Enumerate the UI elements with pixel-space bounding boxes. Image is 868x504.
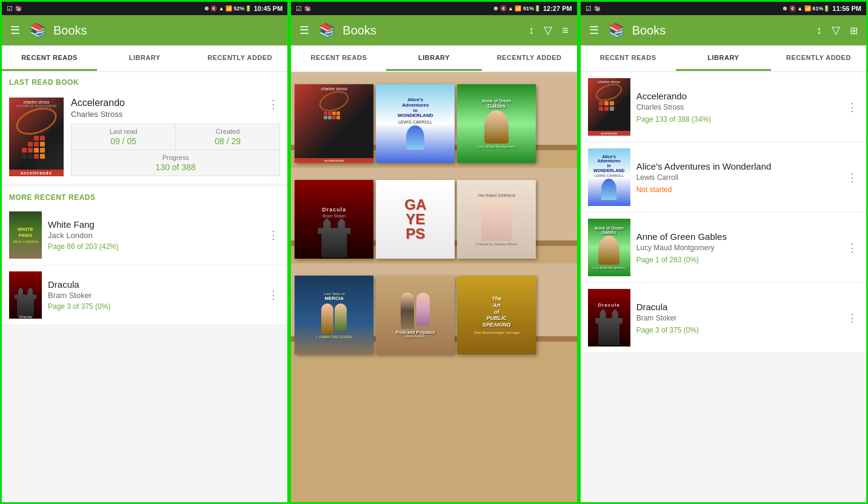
lib-anne-cover: Anne of Green Gables Lucy Maud Montgomer…: [457, 84, 536, 163]
app-title-3: Books: [632, 24, 809, 38]
checkbox-icon-3: ☑: [586, 5, 592, 13]
library-grid-content: charles stross accelerando: [291, 72, 576, 502]
tab-library-1[interactable]: LIBRARY: [97, 45, 192, 71]
list-item-dracula-1[interactable]: Dracula Dracula Bram Stoker Page 3 of 37…: [2, 265, 287, 325]
shelf-book-dracula[interactable]: Dracula Bram Stoker: [295, 180, 373, 259]
right-alice-inner: Alice'sAdventuresinWONDERLAND LEWIS CARR…: [588, 148, 630, 206]
tab-recently-added-3[interactable]: RECENTLY ADDED: [771, 45, 866, 71]
dracula-cover-small: Dracula: [9, 271, 42, 319]
tab-recent-reads-3[interactable]: RECENT READS: [581, 45, 676, 71]
filter-icon-2[interactable]: ▽: [541, 21, 555, 39]
stat-value-progress: 130 of 388: [76, 162, 275, 172]
right-anne-inner: Anne of GreenGables Lucy Maud Montgomery: [588, 219, 630, 276]
lib-dracula-author: Bram Stoker: [322, 214, 346, 218]
checkbox-icon-2: ☑: [296, 5, 302, 13]
three-dots-dracula-1[interactable]: ⋮: [267, 288, 280, 302]
right-alice-title: Alice's Adventures in Wonderland: [636, 161, 840, 173]
tab-recently-added-2[interactable]: RECENTLY ADDED: [482, 45, 577, 71]
three-dots-right-dracula[interactable]: ⋮: [846, 311, 859, 325]
tab-recently-added-1[interactable]: RECENTLY ADDED: [192, 45, 287, 71]
tabs-1: RECENT READS LIBRARY RECENTLY ADDED: [2, 45, 287, 72]
lib-pride-figures: [396, 293, 435, 329]
shelf-book-accelerando[interactable]: charles stross accelerando: [295, 84, 373, 163]
hamburger-icon-2[interactable]: ☰: [297, 21, 312, 39]
dracula-title-1: Dracula: [48, 279, 261, 290]
shelf-book-gageyp[interactable]: GAYEPS: [376, 180, 455, 259]
list-item-white-fang[interactable]: WHITEFANG JACK LONDON White Fang Jack Lo…: [2, 205, 287, 265]
sort-icon-3[interactable]: ↕: [814, 22, 824, 39]
lib-acc-label: accelerando: [295, 158, 373, 163]
lib-acc-author: charles stross: [321, 87, 347, 91]
filter-icon-3[interactable]: ▽: [829, 21, 843, 39]
cover-dots-pattern: [22, 136, 51, 159]
lib-dracula-castle: [316, 218, 352, 257]
lib-tales-cover: Last Tales of MERCIA I. EMMA THE QUEEN: [295, 276, 373, 354]
right-acc-inner: charles stross accelerando: [588, 78, 630, 136]
app-title-1: Books: [53, 24, 281, 38]
white-fang-author: Jack London: [48, 231, 261, 240]
app-bar-1: ☰ 📚 Books: [2, 15, 287, 45]
sort-icon-2[interactable]: ↕: [526, 22, 536, 39]
tab-recent-reads-1[interactable]: RECENT READS: [2, 45, 97, 71]
shelf-book-alice[interactable]: Alice'sAdventuresinWONDERLAND LEWIS CARR…: [376, 84, 455, 163]
app-bar-3: ☰ 📚 Books ↕ ▽ ⊞: [581, 15, 866, 45]
right-anne-title: Anne of Green Gables: [636, 231, 840, 243]
lib-robot-subtitle: His Robot Girlfriend: [476, 193, 518, 197]
signal-icons-1: ⊕ 🔇 ▲ 📶 52%🔋: [204, 5, 252, 12]
shelf-book-art[interactable]: TheArtofPUBLICSPEAKING Dale Breckenridge…: [457, 276, 536, 354]
three-dots-white-fang[interactable]: ⋮: [267, 228, 280, 242]
lib-alice-author: LEWIS CARROLL: [398, 120, 433, 124]
lib-gageyp-cover: GAYEPS: [376, 180, 455, 259]
hamburger-icon-3[interactable]: ☰: [587, 21, 601, 39]
lib-alice-figure: [406, 125, 424, 150]
three-dots-last-read[interactable]: ⋮: [267, 98, 280, 111]
checkbox-icon: ☑: [7, 5, 13, 13]
stat-value-last-read: 09 / 05: [76, 136, 170, 146]
shelf-book-robot[interactable]: His Robot Girlfriend A Novel by Wesley A…: [457, 180, 536, 259]
right-alice-cover: Alice'sAdventuresinWONDERLAND LEWIS CARR…: [588, 148, 630, 206]
right-acc-author: Charles Stross: [636, 103, 840, 111]
lib-anne-series: Anne of Green: [477, 99, 516, 103]
stat-label-last-read: Last read: [76, 128, 170, 135]
shelf-book-pride[interactable]: Pride and Prejudice Jane Austen: [376, 276, 455, 354]
white-fang-cover: WHITEFANG JACK LONDON: [9, 211, 42, 259]
cover-bottom-label: accelerando: [9, 170, 64, 176]
app-icon-small-3: 📚: [594, 5, 601, 12]
lib-art-title: TheArtofPUBLICSPEAKING: [474, 296, 519, 328]
right-list-dracula[interactable]: Dracula Dracula Bram Stoker Page 3 of 37…: [581, 283, 866, 353]
status-bar-1: ☑ 📚 ⊕ 🔇 ▲ 📶 52%🔋 10:45 PM: [2, 2, 287, 15]
tab-library-3[interactable]: LIBRARY: [676, 45, 771, 71]
shelf-book-tales[interactable]: Last Tales of MERCIA I. EMMA THE QUEEN: [295, 276, 373, 354]
right-list-alice[interactable]: Alice'sAdventuresinWONDERLAND LEWIS CARR…: [581, 142, 866, 213]
lib-gageyp-text: GAYEPS: [404, 197, 426, 241]
right-dracula-author: Bram Stoker: [636, 314, 840, 322]
lib-dracula-cover: Dracula Bram Stoker: [295, 180, 373, 259]
time-1: 10:45 PM: [254, 5, 283, 12]
accelerando-cover-large[interactable]: charles stross AUTHOR OF IRON SUNRISE ac…: [9, 98, 64, 176]
tab-recent-reads-2[interactable]: RECENT READS: [291, 45, 386, 71]
shelf-2: Dracula Bram Stoker GAYEPS His Robot Gir…: [291, 168, 576, 259]
right-list-anne[interactable]: Anne of GreenGables Lucy Maud Montgomery…: [581, 213, 866, 283]
wf-cover-author: JACK LONDON: [13, 240, 39, 244]
list-icon-2[interactable]: ≡: [559, 22, 571, 39]
app-icon-small: 📚: [15, 5, 22, 12]
hamburger-icon-1[interactable]: ☰: [8, 21, 22, 39]
white-fang-progress: Page 86 of 203 (42%): [48, 242, 261, 251]
stat-label-progress: Progress: [76, 154, 275, 161]
shelf-1: charles stross accelerando: [291, 72, 576, 163]
tab-library-2[interactable]: LIBRARY: [386, 45, 481, 71]
right-anne-progress: Page 1 of 283 (0%): [636, 256, 840, 264]
three-dots-right-anne[interactable]: ⋮: [846, 241, 859, 254]
right-list-accelerando[interactable]: charles stross accelerando: [581, 72, 866, 142]
lib-anne-author: Lucy Maud Montgomery: [477, 145, 516, 148]
app-title-2: Books: [342, 24, 521, 38]
three-dots-right-acc[interactable]: ⋮: [846, 101, 859, 114]
status-right-3: ⊕ 🔇 ▲ 📶 61%🔋 11:56 PM: [783, 5, 861, 12]
shelf-book-anne[interactable]: Anne of Green Gables Lucy Maud Montgomer…: [457, 84, 536, 163]
last-read-title: Accelerando: [71, 98, 125, 108]
right-alice-author: Lewis Carroll: [636, 173, 840, 182]
right-alice-progress: Not started: [636, 185, 840, 194]
grid-icon-3[interactable]: ⊞: [847, 22, 860, 39]
three-dots-right-alice[interactable]: ⋮: [846, 171, 859, 184]
lib-art-author: Dale Breckenridge Carnegie: [474, 331, 519, 334]
